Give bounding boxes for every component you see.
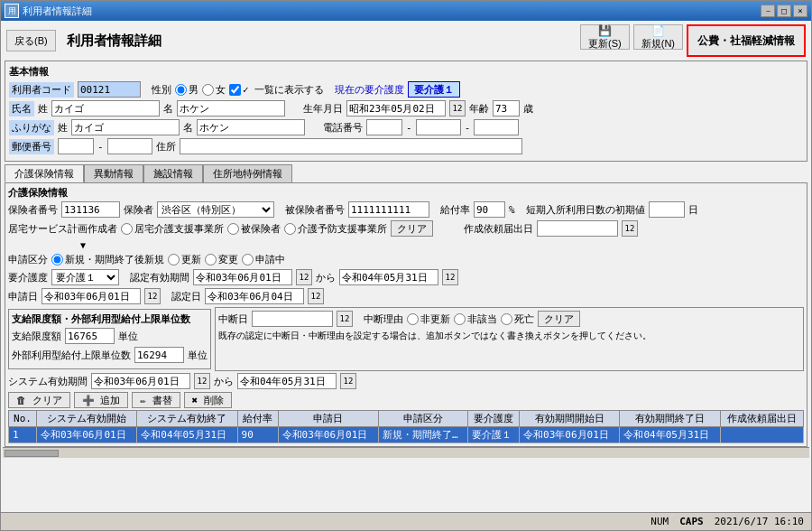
kaigo-row-5: 申請日 12 認定日 12 bbox=[8, 288, 804, 304]
limit-value-input[interactable] bbox=[65, 328, 115, 344]
suspend-date-cal-button[interactable]: 12 bbox=[337, 311, 353, 327]
payment-rate-input[interactable] bbox=[474, 201, 505, 218]
cert-date-label: 認定日 bbox=[171, 290, 201, 303]
external-value-input[interactable] bbox=[134, 347, 184, 363]
cell-sys-start: 令和03年06月01日 bbox=[36, 427, 136, 443]
btn-clear-label: クリア bbox=[32, 395, 62, 406]
insurer-name-select[interactable]: 渋谷区（特別区） bbox=[157, 201, 274, 218]
radio-new[interactable]: 新規・期間終了後新規 bbox=[51, 253, 164, 266]
kohi-button[interactable]: 公費・社福軽減情報 bbox=[687, 24, 806, 57]
overwrite-button[interactable]: ✏️ 書替 bbox=[132, 392, 180, 408]
radio-applying[interactable]: 申請中 bbox=[242, 253, 285, 266]
save-button[interactable]: 💾 更新(S) bbox=[580, 24, 630, 50]
radio-update[interactable]: 更新 bbox=[168, 253, 201, 266]
phone2-input[interactable] bbox=[416, 119, 461, 135]
radio1-label: 居宅介護支援事業所 bbox=[134, 222, 224, 236]
address-input[interactable] bbox=[180, 138, 522, 154]
radio-change[interactable]: 変更 bbox=[205, 253, 238, 266]
tabs-container: 介護保険情報 異動情報 施設情報 住所地特例情報 bbox=[5, 164, 807, 182]
tab-ido[interactable]: 異動情報 bbox=[84, 164, 143, 182]
new-button[interactable]: 📄 新規(N) bbox=[633, 24, 683, 50]
furigana-mei-label: 名 bbox=[183, 121, 193, 135]
apply-date-cal-button[interactable]: 12 bbox=[144, 288, 161, 304]
creation-date-cal-button[interactable]: 12 bbox=[622, 220, 638, 237]
age-input[interactable] bbox=[493, 100, 520, 116]
tab-kaigo-hoken[interactable]: 介護保険情報 bbox=[5, 164, 84, 182]
close-button[interactable]: × bbox=[793, 5, 807, 17]
radio-non-apply[interactable]: 非該当 bbox=[454, 312, 497, 326]
sys-valid-from-input[interactable] bbox=[91, 373, 190, 389]
radio-kyotaku[interactable]: 居宅介護支援事業所 bbox=[121, 222, 224, 236]
valid-to-cal-button[interactable]: 12 bbox=[442, 269, 458, 285]
creation-date-input[interactable] bbox=[537, 220, 618, 237]
name-sei-input[interactable] bbox=[51, 100, 160, 116]
gender-male[interactable]: 男 bbox=[175, 83, 198, 97]
birthdate-input[interactable] bbox=[346, 100, 446, 116]
valid-from-cal-button[interactable]: 12 bbox=[296, 269, 312, 285]
toolbar-right: 💾 更新(S) 📄 新規(N) 公費・社福軽減情報 bbox=[580, 24, 806, 57]
furigana-sei-input[interactable] bbox=[71, 119, 180, 135]
postal2-input[interactable] bbox=[107, 138, 152, 154]
sys-valid-from-cal-button[interactable]: 12 bbox=[194, 373, 210, 389]
address-label: 住所 bbox=[156, 140, 176, 154]
radio-hihoken[interactable]: 被保険者 bbox=[227, 222, 281, 236]
kaigo-row-4: 要介護度 要介護１ 認定有効期間 12 から 12 bbox=[8, 269, 804, 285]
insured-no-input[interactable] bbox=[348, 201, 429, 218]
suspend-row-1: 中断日 12 中断理由 非更新 非該当 bbox=[218, 311, 800, 327]
sys-valid-to-cal-button[interactable]: 12 bbox=[340, 373, 356, 389]
toolbar-left: 戻る(B) 利用者情報詳細 bbox=[6, 30, 161, 51]
insurer-no-input[interactable] bbox=[61, 201, 120, 218]
valid-to-input[interactable] bbox=[339, 269, 438, 285]
radio-death[interactable]: 死亡 bbox=[501, 312, 534, 326]
postal-label: 郵便番号 bbox=[9, 139, 54, 154]
cell-valid-end: 令和04年05月31日 bbox=[620, 427, 720, 443]
table-row[interactable]: 1 令和03年06月01日 令和04年05月31日 90 令和03年06月01日… bbox=[9, 427, 804, 443]
maximize-button[interactable]: □ bbox=[777, 5, 791, 17]
clear-service-plan-button[interactable]: クリア bbox=[391, 220, 433, 237]
cert-date-input[interactable] bbox=[205, 288, 304, 304]
tab-shisetsu[interactable]: 施設情報 bbox=[143, 164, 203, 182]
external-unit: 単位 bbox=[188, 349, 208, 362]
note-label: 既存の認定に中断日・中断理由を設定する場合は、追加ボタンではなく書き換えボタンを… bbox=[218, 330, 651, 342]
furigana-mei-input[interactable] bbox=[197, 119, 305, 135]
valid-from-input[interactable] bbox=[193, 269, 292, 285]
phone3-input[interactable] bbox=[474, 119, 519, 135]
radio-non-update[interactable]: 非更新 bbox=[407, 312, 450, 326]
postal1-input[interactable] bbox=[58, 138, 94, 154]
tab-jusho[interactable]: 住所地特例情報 bbox=[203, 164, 292, 182]
minimize-button[interactable]: － bbox=[761, 5, 775, 17]
clear3-button[interactable]: 🗑 クリア bbox=[8, 392, 70, 408]
cell-care-level: 要介護１ bbox=[468, 427, 520, 443]
care-level2-select[interactable]: 要介護１ bbox=[51, 269, 119, 285]
short-stay-input[interactable] bbox=[649, 201, 685, 218]
sys-valid-label: システム有効期間 bbox=[8, 375, 88, 388]
gender-female[interactable]: 女 bbox=[202, 83, 226, 97]
reason-label: 中断理由 bbox=[364, 312, 403, 326]
from-label: から bbox=[316, 271, 336, 284]
col-no: No. bbox=[9, 411, 37, 427]
add-button[interactable]: ➕ 追加 bbox=[74, 392, 129, 408]
window-controls: － □ × bbox=[761, 5, 807, 17]
suspend-date-input[interactable] bbox=[252, 311, 333, 327]
list-display-check[interactable]: ✓ 一覧に表示する bbox=[229, 83, 324, 97]
name-mei-input[interactable] bbox=[177, 100, 285, 116]
gender-label: 性別 bbox=[152, 83, 171, 97]
birthdate-cal-button[interactable]: 12 bbox=[449, 100, 466, 116]
user-code-input[interactable] bbox=[78, 81, 141, 98]
caps-indicator: CAPS bbox=[679, 516, 704, 527]
phone1-input[interactable] bbox=[366, 119, 402, 135]
sys-valid-to-input[interactable] bbox=[237, 373, 337, 389]
cert-date-cal-button[interactable]: 12 bbox=[308, 288, 324, 304]
insurer-no-label: 保険者番号 bbox=[8, 203, 58, 217]
scroll-thumb[interactable] bbox=[5, 450, 59, 457]
basic-row-3: ふりがな 姓 名 電話番号 - - bbox=[9, 119, 803, 135]
clear2-button[interactable]: クリア bbox=[538, 311, 580, 327]
apply-date-input[interactable] bbox=[42, 288, 141, 304]
horizontal-scrollbar[interactable] bbox=[3, 447, 809, 458]
cell-sys-end: 令和04年05月31日 bbox=[137, 427, 237, 443]
care-level-button[interactable]: 要介護１ bbox=[408, 81, 460, 98]
back-button[interactable]: 戻る(B) bbox=[6, 30, 56, 51]
radio-kaigo-yobo[interactable]: 介護予防支援事業所 bbox=[284, 222, 387, 236]
delete-button[interactable]: ✖ 削除 bbox=[184, 392, 232, 408]
app-icon: 用 bbox=[5, 4, 19, 18]
